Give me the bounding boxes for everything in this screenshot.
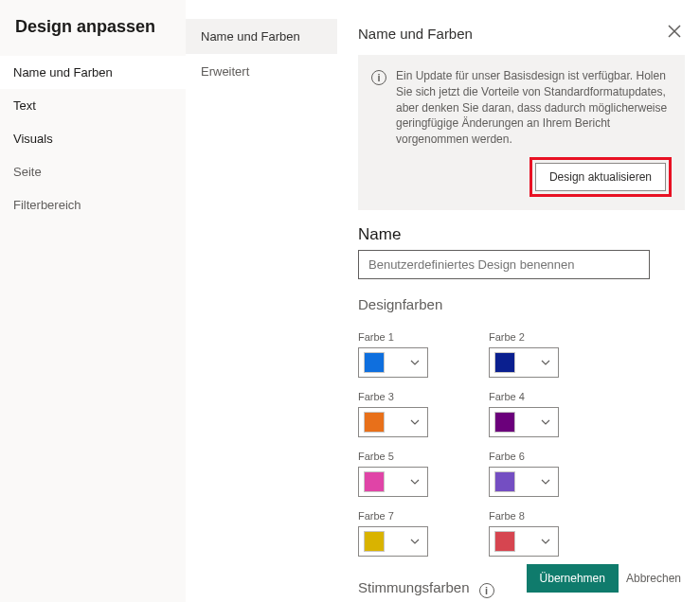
info-icon[interactable]: i	[479, 583, 494, 598]
chevron-down-icon	[541, 419, 550, 425]
color-swatch-7	[364, 531, 385, 552]
info-text: Ein Update für unser Basisdesign ist ver…	[396, 68, 672, 148]
color-picker-5[interactable]	[358, 467, 428, 497]
panel-title: Name und Farben	[358, 26, 473, 42]
swatch-label-4: Farbe 4	[489, 391, 559, 402]
info-icon: i	[371, 70, 386, 85]
swatch-label-6: Farbe 6	[489, 451, 559, 462]
design-name-input[interactable]	[358, 250, 650, 279]
color-picker-8[interactable]	[489, 526, 559, 557]
sidebar-item-page[interactable]: Seite	[0, 155, 186, 188]
update-info-banner: i Ein Update für unser Basisdesign ist v…	[358, 55, 685, 210]
swatch-label-3: Farbe 3	[358, 391, 428, 402]
sidebar-item-name-colors[interactable]: Name und Farben	[0, 56, 186, 89]
mood-colors-label: Stimmungsfarben	[358, 579, 470, 595]
color-swatch-6	[494, 471, 515, 492]
chevron-down-icon	[410, 360, 420, 365]
color-picker-6[interactable]	[489, 467, 559, 497]
color-swatch-8	[494, 531, 515, 552]
chevron-down-icon	[410, 419, 420, 425]
main-panel: Name und Farben i Ein Update für unser B…	[337, 0, 700, 602]
chevron-down-icon	[410, 479, 420, 485]
name-section-label: Name	[358, 225, 685, 244]
design-colors-label: Designfarben	[358, 296, 685, 312]
swatch-label-7: Farbe 7	[358, 510, 428, 522]
sidebar-item-text[interactable]: Text	[0, 89, 186, 122]
swatch-label-8: Farbe 8	[489, 510, 559, 522]
tab-advanced[interactable]: Erweitert	[186, 54, 337, 89]
sidebar-title: Design anpassen	[0, 17, 186, 56]
update-design-button[interactable]: Design aktualisieren	[535, 163, 666, 191]
chevron-down-icon	[410, 539, 420, 544]
close-icon[interactable]	[664, 21, 685, 45]
cancel-button[interactable]: Abbrechen	[622, 564, 685, 593]
chevron-down-icon	[541, 479, 550, 485]
swatch-label-2: Farbe 2	[489, 331, 559, 343]
apply-button[interactable]: Übernehmen	[527, 564, 619, 593]
color-picker-4[interactable]	[489, 407, 559, 437]
secondary-tabs: Name und Farben Erweitert	[186, 0, 337, 602]
dialog-footer: Übernehmen Abbrechen	[527, 564, 685, 593]
color-swatch-4	[494, 412, 515, 433]
color-picker-3[interactable]	[358, 407, 428, 437]
color-picker-1[interactable]	[358, 347, 428, 378]
color-picker-7[interactable]	[358, 526, 428, 557]
swatch-label-1: Farbe 1	[358, 331, 428, 343]
sidebar-item-visuals[interactable]: Visuals	[0, 122, 186, 155]
color-picker-2[interactable]	[489, 347, 559, 378]
swatch-grid: Farbe 1Farbe 2Farbe 3Farbe 4Farbe 5Farbe…	[358, 318, 685, 557]
sidebar-item-filter[interactable]: Filterbereich	[0, 188, 186, 221]
color-swatch-3	[364, 412, 385, 433]
swatch-label-5: Farbe 5	[358, 451, 428, 462]
color-swatch-5	[364, 471, 385, 492]
color-swatch-2	[494, 352, 515, 373]
update-highlight: Design aktualisieren	[529, 157, 672, 197]
color-swatch-1	[364, 352, 385, 373]
chevron-down-icon	[541, 539, 550, 544]
tab-name-colors[interactable]: Name und Farben	[186, 19, 337, 54]
primary-sidebar: Design anpassen Name und Farben Text Vis…	[0, 0, 186, 602]
chevron-down-icon	[541, 360, 550, 365]
